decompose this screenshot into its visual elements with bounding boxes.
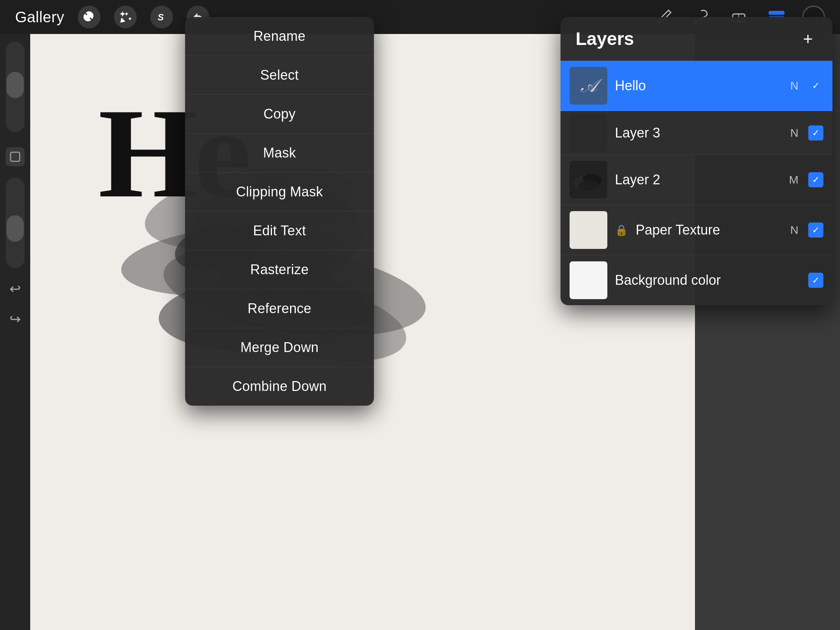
layer-row-background[interactable]: Background color ✓ — [561, 255, 832, 305]
layer-row-hello[interactable]: 𝒜 Hello N ✓ — [561, 61, 832, 111]
context-menu-select[interactable]: Select — [185, 56, 374, 95]
stylize-icon-button[interactable]: S — [150, 6, 173, 28]
left-sidebar: ↩ ↪ — [0, 34, 30, 630]
layer-thumbnail-layer3 — [570, 114, 607, 152]
layer-name-paper: Paper Texture — [636, 222, 784, 238]
background-thumb-bg — [570, 261, 607, 299]
stylize-icon: S — [155, 10, 169, 24]
context-menu-clipping-mask[interactable]: Clipping Mask — [185, 173, 374, 212]
layer-thumbnail-layer2 — [570, 161, 607, 199]
context-menu: Rename Select Copy Mask Clipping Mask Ed… — [185, 17, 374, 406]
redo-button[interactable]: ↪ — [6, 310, 25, 328]
context-menu-combine-down[interactable]: Combine Down — [185, 367, 374, 406]
layer-visibility-hello[interactable]: ✓ — [808, 78, 823, 93]
context-menu-reference[interactable]: Reference — [185, 289, 374, 328]
brush-opacity-thumb — [6, 215, 24, 242]
layer-name-hello: Hello — [615, 78, 784, 94]
magic-wand-icon-button[interactable] — [114, 6, 137, 28]
layer-info-layer3: Layer 3 N ✓ — [615, 125, 823, 141]
layer-name-layer3: Layer 3 — [615, 125, 784, 141]
paper-thumb-bg — [570, 211, 607, 249]
context-menu-rasterize[interactable]: Rasterize — [185, 250, 374, 289]
layer-visibility-layer2[interactable]: ✓ — [808, 172, 823, 187]
layer-name-layer2: Layer 2 — [615, 172, 783, 188]
brush-size-slider[interactable] — [6, 41, 25, 132]
layer-visibility-layer3[interactable]: ✓ — [808, 125, 823, 141]
magic-wand-icon — [118, 10, 132, 24]
layers-add-button[interactable]: + — [799, 30, 817, 48]
brush-size-thumb — [6, 72, 24, 98]
layer-info-paper: 🔒 Paper Texture N ✓ — [615, 222, 823, 238]
layer-blend-layer2: M — [789, 174, 799, 186]
brush-opacity-slider[interactable] — [6, 177, 25, 268]
layers-panel-title: Layers — [576, 28, 634, 49]
toolbar-left: Gallery S — [15, 6, 209, 28]
context-menu-edit-text[interactable]: Edit Text — [185, 212, 374, 250]
svg-rect-5 — [769, 11, 785, 15]
layer-thumb-text-icon: 𝒜 — [581, 75, 596, 97]
context-menu-copy[interactable]: Copy — [185, 95, 374, 134]
svg-rect-8 — [11, 152, 20, 161]
layer-name-background: Background color — [615, 272, 802, 288]
context-menu-mask[interactable]: Mask — [185, 134, 374, 173]
lock-icon: 🔒 — [615, 224, 628, 237]
layer-info-layer2: Layer 2 M ✓ — [615, 172, 823, 188]
layer-visibility-background[interactable]: ✓ — [808, 273, 823, 288]
layer-info-background: Background color ✓ — [615, 272, 823, 288]
layer-info-hello: Hello N ✓ — [615, 78, 823, 94]
sidebar-square-button[interactable] — [6, 147, 25, 166]
layer-row-layer3[interactable]: Layer 3 N ✓ — [561, 111, 832, 155]
layer-row-paper-texture[interactable]: 🔒 Paper Texture N ✓ — [561, 205, 832, 255]
wrench-icon — [82, 10, 96, 24]
layer2-thumb-svg — [570, 161, 607, 199]
svg-text:S: S — [158, 12, 164, 22]
layer-visibility-paper[interactable]: ✓ — [808, 223, 823, 238]
layer-blend-hello: N — [790, 79, 799, 92]
layer-row-layer2[interactable]: Layer 2 M ✓ — [561, 155, 832, 205]
context-menu-rename[interactable]: Rename — [185, 17, 374, 56]
layer-thumbnail-paper — [570, 211, 607, 249]
undo-button[interactable]: ↩ — [6, 279, 25, 298]
layers-panel-header: Layers + — [561, 17, 832, 61]
context-menu-merge-down[interactable]: Merge Down — [185, 328, 374, 367]
layer-blend-paper: N — [790, 224, 799, 237]
layer-thumbnail-hello: 𝒜 — [570, 67, 607, 105]
layer-thumbnail-background — [570, 261, 607, 299]
wrench-icon-button[interactable] — [78, 6, 101, 28]
layer-blend-layer3: N — [790, 126, 799, 139]
layers-panel: Layers + 𝒜 Hello N ✓ Layer 3 N ✓ — [561, 17, 832, 305]
square-icon — [9, 151, 21, 163]
gallery-button[interactable]: Gallery — [15, 9, 64, 26]
